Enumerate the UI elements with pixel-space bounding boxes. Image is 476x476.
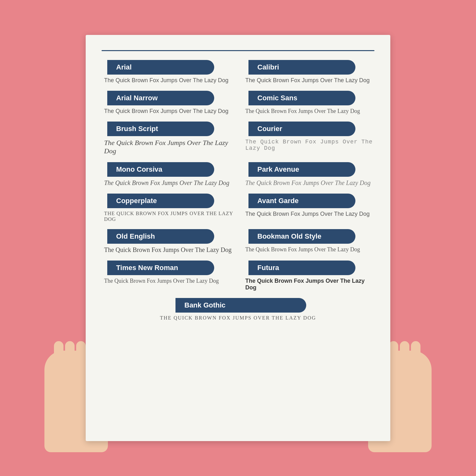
font-sample-courier: The Quick Brown Fox Jumps Over The Lazy … xyxy=(243,139,374,151)
font-banner-courier: Courier xyxy=(248,122,355,136)
font-sample-comic-sans: The Quick Brown Fox Jumps Over The Lazy … xyxy=(243,108,374,115)
last-font-grid: Bank Gothic The Quick Brown Fox Jumps Ov… xyxy=(102,298,374,328)
font-entry-park-avenue: Park Avenue The Quick Brown Fox Jumps Ov… xyxy=(243,162,374,187)
font-entry-futura: Futura The Quick Brown Fox Jumps Over Th… xyxy=(243,261,374,291)
font-entry-bank-gothic: Bank Gothic The Quick Brown Fox Jumps Ov… xyxy=(102,298,374,321)
font-banner-park-avenue: Park Avenue xyxy=(248,162,355,177)
font-banner-wrap-futura: Futura xyxy=(243,261,374,275)
font-banner-bank-gothic: Bank Gothic xyxy=(175,298,306,313)
font-banner-wrap-arial: Arial xyxy=(102,60,233,75)
font-banner-wrap-park-avenue: Park Avenue xyxy=(243,162,374,177)
font-banner-wrap-times-new-roman: Times New Roman xyxy=(102,261,233,275)
font-banner-wrap-comic-sans: Comic Sans xyxy=(243,91,374,105)
font-banner-wrap-courier: Courier xyxy=(243,122,374,136)
font-banner-wrap-brush-script: Brush Script xyxy=(102,122,233,136)
font-banner-wrap-copperplate: Copperplate xyxy=(102,194,233,208)
font-entry-calibri: Calibri The Quick Brown Fox Jumps Over T… xyxy=(243,60,374,84)
font-banner-wrap-bookman: Bookman Old Style xyxy=(243,229,374,244)
hands-container: Arial The Quick Brown Fox Jumps Over The… xyxy=(63,24,413,452)
font-sample-copperplate: The Quick Brown Fox Jumps Over The Lazy … xyxy=(102,211,233,222)
font-sample-mono-corsiva: The Quick Brown Fox Jumps Over The Lazy … xyxy=(102,179,233,187)
font-sample-arial: The Quick Brown Fox Jumps Over The Lazy … xyxy=(102,77,233,84)
font-entry-arial-narrow: Arial Narrow The Quick Brown Fox Jumps O… xyxy=(102,91,233,115)
font-banner-brush-script: Brush Script xyxy=(107,122,214,136)
font-banner-old-english: Old English xyxy=(107,229,214,244)
font-banner-futura: Futura xyxy=(248,261,355,275)
font-sample-calibri: The Quick Brown Fox Jumps Over The Lazy … xyxy=(243,77,374,84)
font-banner-avant-garde: Avant Garde xyxy=(248,194,355,208)
font-banner-wrap-arial-narrow: Arial Narrow xyxy=(102,91,233,105)
font-sample-futura: The Quick Brown Fox Jumps Over The Lazy … xyxy=(243,278,374,291)
font-entry-courier: Courier The Quick Brown Fox Jumps Over T… xyxy=(243,122,374,155)
font-sample-bank-gothic: The Quick Brown Fox Jumps Over The Lazy … xyxy=(160,315,316,321)
font-entry-bookman: Bookman Old Style The Quick Brown Fox Ju… xyxy=(243,229,374,254)
fonts-grid: Arial The Quick Brown Fox Jumps Over The… xyxy=(102,60,374,298)
font-entry-avant-garde: Avant Garde The Quick Brown Fox Jumps Ov… xyxy=(243,194,374,222)
title-divider xyxy=(102,50,374,51)
font-sample-park-avenue: The Quick Brown Fox Jumps Over The Lazy … xyxy=(243,179,374,187)
font-banner-mono-corsiva: Mono Corsiva xyxy=(107,162,214,177)
font-entry-copperplate: Copperplate The Quick Brown Fox Jumps Ov… xyxy=(102,194,233,222)
font-banner-arial-narrow: Arial Narrow xyxy=(107,91,214,105)
font-banner-arial: Arial xyxy=(107,60,214,75)
font-banner-times-new-roman: Times New Roman xyxy=(107,261,214,275)
font-sample-avant-garde: The Quick Brown Fox Jumps Over The Lazy … xyxy=(243,211,374,217)
font-banner-wrap-mono-corsiva: Mono Corsiva xyxy=(102,162,233,177)
font-sample-bookman: The Quick Brown Fox Jumps Over The Lazy … xyxy=(243,246,374,253)
font-chart-card: Arial The Quick Brown Fox Jumps Over The… xyxy=(86,35,390,441)
font-banner-wrap-avant-garde: Avant Garde xyxy=(243,194,374,208)
font-banner-wrap-bank-gothic: Bank Gothic xyxy=(170,298,306,313)
font-sample-brush-script: The Quick Brown Fox Jumps Over The Lazy … xyxy=(102,139,233,155)
font-entry-comic-sans: Comic Sans The Quick Brown Fox Jumps Ove… xyxy=(243,91,374,115)
font-banner-bookman: Bookman Old Style xyxy=(248,229,355,244)
font-banner-copperplate: Copperplate xyxy=(107,194,214,208)
font-banner-wrap-old-english: Old English xyxy=(102,229,233,244)
font-entry-mono-corsiva: Mono Corsiva The Quick Brown Fox Jumps O… xyxy=(102,162,233,187)
font-sample-arial-narrow: The Quick Brown Fox Jumps Over The Lazy … xyxy=(102,108,233,115)
font-entry-arial: Arial The Quick Brown Fox Jumps Over The… xyxy=(102,60,233,84)
font-sample-old-english: The Quick Brown Fox Jumps Over The Lazy … xyxy=(102,246,233,254)
font-banner-calibri: Calibri xyxy=(248,60,355,75)
font-entry-brush-script: Brush Script The Quick Brown Fox Jumps O… xyxy=(102,122,233,155)
font-entry-times-new-roman: Times New Roman The Quick Brown Fox Jump… xyxy=(102,261,233,291)
font-entry-old-english: Old English The Quick Brown Fox Jumps Ov… xyxy=(102,229,233,254)
font-banner-comic-sans: Comic Sans xyxy=(248,91,355,105)
font-banner-wrap-calibri: Calibri xyxy=(243,60,374,75)
font-sample-times-new-roman: The Quick Brown Fox Jumps Over The Lazy … xyxy=(102,278,233,284)
